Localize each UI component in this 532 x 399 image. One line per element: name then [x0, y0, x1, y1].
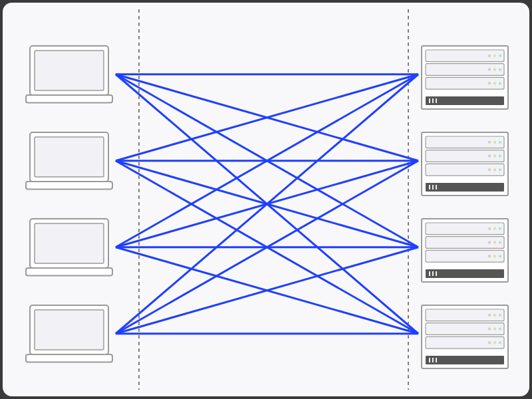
server-led: [488, 341, 491, 344]
server-led: [488, 327, 491, 330]
server-led: [499, 141, 501, 144]
server-bay: [426, 336, 504, 348]
server-vent: [429, 358, 430, 362]
server-led: [488, 82, 491, 84]
server-led: [499, 341, 501, 344]
server-vent: [429, 98, 430, 103]
server-bay: [426, 309, 504, 321]
connection-lines: [116, 74, 418, 334]
server-led: [493, 227, 496, 230]
server-led: [499, 68, 501, 70]
server-led: [499, 168, 501, 171]
server-led: [488, 255, 491, 257]
client-column: [26, 46, 112, 362]
server-led: [499, 154, 501, 157]
server-base: [426, 183, 504, 192]
laptop-base: [26, 268, 112, 275]
laptop-base: [26, 354, 112, 362]
server-bay: [426, 223, 504, 235]
client-laptop-2: [26, 132, 112, 190]
laptop-screen: [35, 137, 104, 177]
laptop-base: [26, 95, 112, 102]
client-laptop-1: [26, 46, 112, 103]
server-led: [488, 168, 491, 171]
server-bay: [426, 64, 504, 76]
server-vent: [432, 185, 434, 190]
server-vent: [432, 271, 434, 276]
server-led: [493, 341, 496, 344]
server-bay: [426, 250, 504, 262]
server-node-1: [422, 46, 508, 109]
client-laptop-4: [26, 305, 112, 362]
server-bay: [426, 150, 504, 162]
server-led: [488, 314, 491, 317]
server-led: [493, 241, 496, 243]
server-base: [426, 356, 504, 364]
laptop-screen: [35, 51, 104, 90]
server-led: [493, 327, 496, 330]
server-led: [493, 82, 496, 84]
laptop-screen: [35, 223, 104, 263]
server-base: [426, 96, 504, 105]
laptop-base: [26, 182, 112, 189]
server-vent: [436, 271, 437, 276]
server-node-2: [422, 132, 508, 196]
server-led: [499, 255, 501, 257]
diagram-canvas: [3, 3, 529, 396]
server-led: [493, 141, 496, 144]
server-led: [493, 55, 496, 57]
server-led: [488, 141, 491, 144]
server-led: [488, 154, 491, 157]
laptop-screen: [35, 310, 104, 350]
server-bay: [426, 164, 504, 176]
server-led: [499, 227, 501, 230]
server-led: [499, 82, 501, 84]
server-led: [493, 255, 496, 257]
server-vent: [436, 98, 437, 103]
server-led: [488, 68, 491, 70]
server-vent: [436, 358, 437, 362]
server-led: [493, 314, 496, 317]
server-led: [499, 314, 501, 317]
server-vent: [432, 98, 434, 103]
server-led: [488, 55, 491, 57]
server-bay: [426, 136, 504, 148]
server-bay: [426, 77, 504, 89]
server-vent: [429, 185, 430, 190]
server-led: [493, 68, 496, 70]
server-vent: [429, 271, 430, 276]
server-led: [488, 227, 491, 230]
server-bay: [426, 50, 504, 62]
server-led: [499, 241, 501, 243]
server-led: [499, 327, 501, 330]
server-column: [422, 46, 508, 368]
server-led: [499, 55, 501, 57]
server-vent: [432, 358, 434, 362]
server-bay: [426, 323, 504, 335]
server-bay: [426, 237, 504, 249]
client-laptop-3: [26, 219, 112, 276]
server-led: [493, 154, 496, 157]
server-base: [426, 269, 504, 278]
server-node-4: [422, 305, 508, 368]
server-led: [488, 241, 491, 243]
server-led: [493, 168, 496, 171]
network-diagram: [3, 3, 529, 396]
server-vent: [436, 185, 437, 190]
server-node-3: [422, 219, 508, 282]
